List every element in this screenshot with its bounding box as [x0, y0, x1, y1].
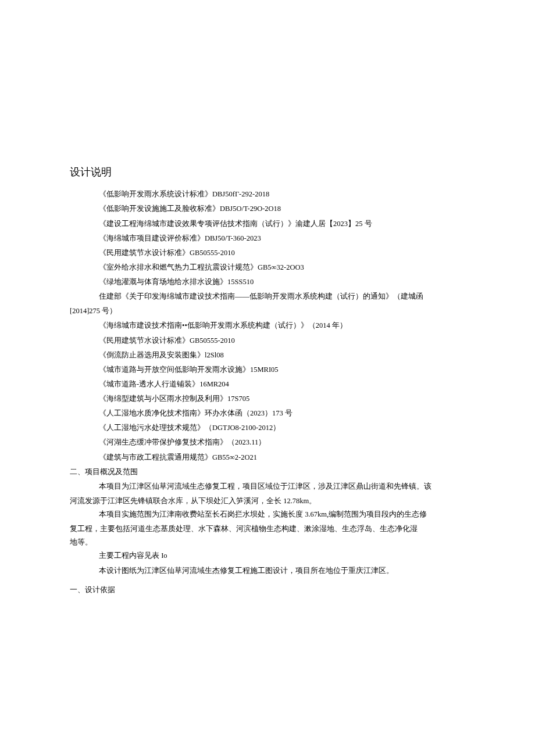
- standard-item: 《绿地灌溉与体育场地给水排水设施》15SS510: [70, 275, 465, 289]
- standard-item: 《倒流防止器选用及安装图集》l2Sl08: [70, 349, 465, 362]
- standard-item: 《河湖生态缓冲带保护修复技术指南》（2023.11）: [70, 436, 465, 449]
- standard-item: 《海绵城市建设技术指南••低影响开发雨水系统构建（试行）》（2014 年）: [70, 319, 465, 332]
- overview-paragraph: 主要工程内容见表 Io: [70, 549, 465, 562]
- overview-paragraph-cont: 地等。: [70, 536, 465, 549]
- standard-item: 《城市道路-透水人行道铺装》16MR204: [70, 378, 465, 391]
- overview-paragraph: 本项目实施范围为江津南收费站至长石岗拦水坝处，实施长度 3.67km,编制范围为…: [70, 508, 465, 521]
- standard-item: 《海绵型建筑与小区雨水控制及利用》17S705: [70, 392, 465, 406]
- standard-item: 《海绵城市项目建设评价标准》DBJ50/T-360-2023: [70, 232, 465, 245]
- standard-item: 《低影响开发雨水系统设计标准》DBJ50fГ-292-2018: [70, 188, 465, 201]
- document-content: 《低影响开发雨水系统设计标准》DBJ50fГ-292-2018 《低影响开发设施…: [70, 188, 465, 597]
- standard-item: 《建设工程海绵城市建设效果专项评估技术指南（试行）》渝建人居【2023】25 号: [70, 217, 465, 231]
- section-heading-basis: 一、设计依据: [70, 583, 465, 597]
- standard-item: 《人工湿地污水处理技术规范》（DGTJO8-2100-2012）: [70, 421, 465, 435]
- document-title: 设计说明: [70, 163, 465, 182]
- standard-item-continuation: [2014]275 号）: [70, 304, 465, 318]
- standard-item: 《人工湿地水质净化技术指南》环办水体函（2023）173 号: [70, 407, 465, 420]
- section-heading-overview: 二、项目概况及范围: [70, 465, 465, 479]
- overview-paragraph-cont: 复工程，主要包括河道生态基质处理、水下森林、河滨植物生态构建、漱涂湿地、生态浮岛…: [70, 522, 465, 536]
- standard-item: 《建筑与市政工程抗震通用规范》GB55∞2-2O21: [70, 451, 465, 464]
- standard-item: 《室外给水排水和燃气热力工程抗震设计规范》GB5∞32-2OO3: [70, 261, 465, 274]
- standard-item: 《城市道路与开放空间低影响开发雨水设施》15MRI05: [70, 363, 465, 377]
- standard-item-multiline: 住建部《关于印发海绵城市建设技术指南——低影响开发雨水系统构建（试行）的通知》（…: [70, 290, 465, 303]
- standard-item: 《低影响开发设施施工及脸收标准》DBJ5O/T-29O-2O18: [70, 202, 465, 216]
- overview-paragraph: 本设计图纸为江津区仙草河流域生杰修复工程施工图设计，项目所在地位于重庆江津区。: [70, 564, 465, 578]
- standard-item: 《民用建筑节水设计标准》GB50555-2010: [70, 246, 465, 260]
- overview-paragraph: 本项目为江津区仙草河流域生态修复工程，项目区域位于江津区，涉及江津区鼎山街道和先…: [70, 480, 465, 493]
- overview-paragraph-cont: 河流发源于江津区先锋镇联合水库，从下坝处汇入笋溪河，全长 12.78km。: [70, 495, 465, 508]
- standard-item: 《民用建筑节水设计标准》GB50555-2010: [70, 334, 465, 347]
